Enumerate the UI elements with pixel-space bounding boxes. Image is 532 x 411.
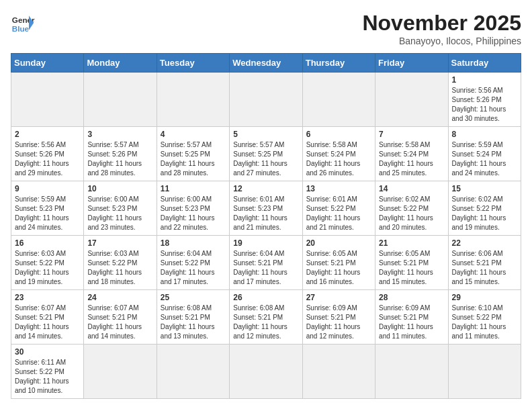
day-info: Sunrise: 5:57 AMSunset: 5:25 PMDaylight:… <box>233 140 298 178</box>
day-info: Sunrise: 6:02 AMSunset: 5:22 PMDaylight:… <box>379 195 444 232</box>
calendar-day-cell: 29Sunrise: 6:10 AMSunset: 5:22 PMDayligh… <box>448 290 521 345</box>
location-subtitle: Banayoyo, Ilocos, Philippines <box>362 36 521 46</box>
calendar-day-cell: 24Sunrise: 6:07 AMSunset: 5:21 PMDayligh… <box>84 290 157 345</box>
day-number: 19 <box>233 238 298 248</box>
calendar-day-cell: 17Sunrise: 6:03 AMSunset: 5:22 PMDayligh… <box>84 236 157 290</box>
calendar-day-cell: 3Sunrise: 5:57 AMSunset: 5:26 PMDaylight… <box>84 127 157 181</box>
day-number: 15 <box>452 184 517 193</box>
day-number: 20 <box>306 238 371 248</box>
calendar-day-cell: 2Sunrise: 5:56 AMSunset: 5:26 PMDaylight… <box>11 127 84 181</box>
day-info: Sunrise: 6:05 AMSunset: 5:21 PMDaylight:… <box>306 249 371 287</box>
calendar-day-cell: 15Sunrise: 6:02 AMSunset: 5:22 PMDayligh… <box>448 181 521 236</box>
day-number: 25 <box>161 293 226 302</box>
calendar-day-cell: 25Sunrise: 6:08 AMSunset: 5:21 PMDayligh… <box>157 290 229 345</box>
day-info: Sunrise: 6:04 AMSunset: 5:21 PMDaylight:… <box>233 249 298 287</box>
weekday-header-cell: Tuesday <box>157 54 229 73</box>
calendar-day-cell: 1Sunrise: 5:56 AMSunset: 5:26 PMDaylight… <box>448 73 521 127</box>
day-number: 14 <box>379 184 444 193</box>
calendar-day-cell <box>302 73 375 127</box>
calendar-day-cell <box>157 73 229 127</box>
month-title: November 2025 <box>362 11 521 36</box>
logo: General Blue <box>11 11 35 35</box>
day-number: 23 <box>15 293 80 302</box>
calendar-day-cell: 18Sunrise: 6:04 AMSunset: 5:22 PMDayligh… <box>157 236 229 290</box>
calendar-day-cell: 20Sunrise: 6:05 AMSunset: 5:21 PMDayligh… <box>302 236 375 290</box>
day-info: Sunrise: 6:03 AMSunset: 5:22 PMDaylight:… <box>15 249 80 287</box>
day-info: Sunrise: 6:08 AMSunset: 5:21 PMDaylight:… <box>161 304 226 341</box>
calendar-day-cell <box>84 345 157 399</box>
day-number: 27 <box>306 293 371 302</box>
calendar-day-cell: 9Sunrise: 5:59 AMSunset: 5:23 PMDaylight… <box>11 181 84 236</box>
day-number: 2 <box>15 130 80 139</box>
calendar-day-cell <box>84 73 157 127</box>
day-number: 18 <box>161 238 226 248</box>
title-block: November 2025 Banayoyo, Ilocos, Philippi… <box>362 11 521 46</box>
calendar-day-cell: 13Sunrise: 6:01 AMSunset: 5:22 PMDayligh… <box>302 181 375 236</box>
day-info: Sunrise: 6:08 AMSunset: 5:21 PMDaylight:… <box>233 304 298 341</box>
day-info: Sunrise: 5:57 AMSunset: 5:25 PMDaylight:… <box>161 140 226 178</box>
day-number: 24 <box>87 293 152 302</box>
weekday-header-row: SundayMondayTuesdayWednesdayThursdayFrid… <box>11 54 521 73</box>
calendar-day-cell <box>230 345 302 399</box>
calendar-body: 1Sunrise: 5:56 AMSunset: 5:26 PMDaylight… <box>11 73 521 399</box>
day-number: 3 <box>87 130 152 139</box>
calendar-day-cell: 5Sunrise: 5:57 AMSunset: 5:25 PMDaylight… <box>230 127 302 181</box>
calendar-week-row: 16Sunrise: 6:03 AMSunset: 5:22 PMDayligh… <box>11 236 521 290</box>
calendar-day-cell: 26Sunrise: 6:08 AMSunset: 5:21 PMDayligh… <box>230 290 302 345</box>
calendar-day-cell: 8Sunrise: 5:59 AMSunset: 5:24 PMDaylight… <box>448 127 521 181</box>
weekday-header-cell: Thursday <box>302 54 375 73</box>
weekday-header-cell: Sunday <box>11 54 84 73</box>
day-number: 26 <box>233 293 298 302</box>
calendar-day-cell: 4Sunrise: 5:57 AMSunset: 5:25 PMDaylight… <box>157 127 229 181</box>
calendar-day-cell <box>157 345 229 399</box>
day-info: Sunrise: 5:56 AMSunset: 5:26 PMDaylight:… <box>15 140 80 178</box>
header: General Blue November 2025 Banayoyo, Ilo… <box>11 11 521 46</box>
calendar-day-cell: 11Sunrise: 6:00 AMSunset: 5:23 PMDayligh… <box>157 181 229 236</box>
calendar-day-cell: 30Sunrise: 6:11 AMSunset: 5:22 PMDayligh… <box>11 345 84 399</box>
day-number: 5 <box>233 130 298 139</box>
weekday-header-cell: Monday <box>84 54 157 73</box>
day-info: Sunrise: 6:09 AMSunset: 5:21 PMDaylight:… <box>379 304 444 341</box>
day-number: 16 <box>15 238 80 248</box>
calendar-day-cell: 28Sunrise: 6:09 AMSunset: 5:21 PMDayligh… <box>375 290 448 345</box>
day-info: Sunrise: 6:07 AMSunset: 5:21 PMDaylight:… <box>15 304 80 341</box>
day-number: 28 <box>379 293 444 302</box>
calendar-day-cell: 7Sunrise: 5:58 AMSunset: 5:24 PMDaylight… <box>375 127 448 181</box>
weekday-header-cell: Wednesday <box>230 54 302 73</box>
day-info: Sunrise: 5:58 AMSunset: 5:24 PMDaylight:… <box>379 140 444 178</box>
calendar-day-cell <box>230 73 302 127</box>
calendar-day-cell: 10Sunrise: 6:00 AMSunset: 5:23 PMDayligh… <box>84 181 157 236</box>
day-number: 22 <box>452 238 517 248</box>
weekday-header-cell: Saturday <box>448 54 521 73</box>
day-number: 1 <box>452 75 517 85</box>
day-number: 9 <box>15 184 80 193</box>
svg-text:Blue: Blue <box>12 24 30 33</box>
day-info: Sunrise: 6:02 AMSunset: 5:22 PMDaylight:… <box>452 195 517 232</box>
day-info: Sunrise: 6:11 AMSunset: 5:22 PMDaylight:… <box>15 358 80 396</box>
day-info: Sunrise: 6:01 AMSunset: 5:22 PMDaylight:… <box>306 195 371 232</box>
day-number: 30 <box>15 347 80 357</box>
calendar-day-cell: 23Sunrise: 6:07 AMSunset: 5:21 PMDayligh… <box>11 290 84 345</box>
calendar-day-cell: 6Sunrise: 5:58 AMSunset: 5:24 PMDaylight… <box>302 127 375 181</box>
day-number: 6 <box>306 130 371 139</box>
calendar-week-row: 1Sunrise: 5:56 AMSunset: 5:26 PMDaylight… <box>11 73 521 127</box>
day-info: Sunrise: 5:59 AMSunset: 5:23 PMDaylight:… <box>15 195 80 232</box>
calendar-day-cell <box>448 345 521 399</box>
day-info: Sunrise: 6:04 AMSunset: 5:22 PMDaylight:… <box>161 249 226 287</box>
day-info: Sunrise: 6:09 AMSunset: 5:21 PMDaylight:… <box>306 304 371 341</box>
calendar-day-cell: 14Sunrise: 6:02 AMSunset: 5:22 PMDayligh… <box>375 181 448 236</box>
calendar-table: SundayMondayTuesdayWednesdayThursdayFrid… <box>11 53 521 399</box>
calendar-week-row: 9Sunrise: 5:59 AMSunset: 5:23 PMDaylight… <box>11 181 521 236</box>
calendar-day-cell <box>375 345 448 399</box>
day-info: Sunrise: 6:10 AMSunset: 5:22 PMDaylight:… <box>452 304 517 341</box>
logo-icon: General Blue <box>11 11 35 35</box>
day-info: Sunrise: 6:00 AMSunset: 5:23 PMDaylight:… <box>87 195 152 232</box>
calendar-week-row: 30Sunrise: 6:11 AMSunset: 5:22 PMDayligh… <box>11 345 521 399</box>
day-info: Sunrise: 5:58 AMSunset: 5:24 PMDaylight:… <box>306 140 371 178</box>
day-number: 29 <box>452 293 517 302</box>
calendar-day-cell: 21Sunrise: 6:05 AMSunset: 5:21 PMDayligh… <box>375 236 448 290</box>
day-info: Sunrise: 6:07 AMSunset: 5:21 PMDaylight:… <box>87 304 152 341</box>
calendar-day-cell <box>11 73 84 127</box>
calendar-day-cell: 12Sunrise: 6:01 AMSunset: 5:23 PMDayligh… <box>230 181 302 236</box>
day-info: Sunrise: 6:00 AMSunset: 5:23 PMDaylight:… <box>161 195 226 232</box>
